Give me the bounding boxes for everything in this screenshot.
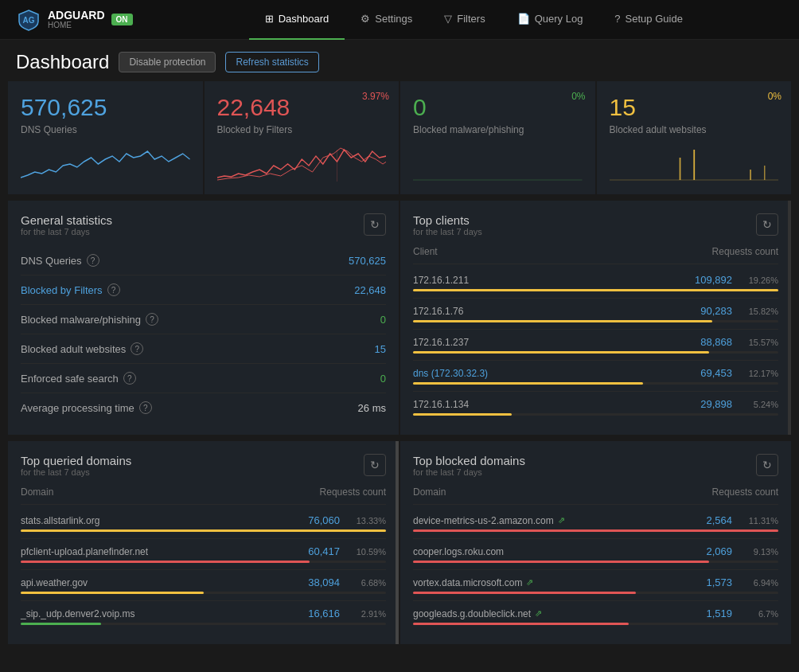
clients-scrollbar[interactable] (788, 201, 791, 435)
nav-bar: AG ADGUARD HOME ON ⊞ Dashboard ⚙ Setting… (0, 0, 799, 40)
client-row-3: 172.16.1.237 88,868 15.57% (413, 330, 778, 361)
queried-row-2: pfclient-upload.planefinder.net 60,417 1… (21, 539, 386, 570)
client-row-2: 172.16.1.76 90,283 15.82% (413, 299, 778, 330)
help-icon-malware[interactable]: ? (146, 313, 158, 326)
client-row-5: 172.16.1.134 29,898 5.24% (413, 392, 778, 422)
queried-1-domain[interactable]: stats.allstarlink.org (21, 515, 99, 526)
safe-search-value: 0 (380, 373, 386, 385)
nav-setup-guide[interactable]: ? Setup Guide (598, 0, 699, 40)
blocked-adult-row-label: Blocked adult websites (21, 343, 126, 355)
top-blocked-panel: Top blocked domains for the last 7 days … (400, 441, 791, 644)
refresh-statistics-button[interactable]: Refresh statistics (225, 52, 318, 72)
blocked-adult-card: 0% 15 Blocked adult websites (597, 81, 792, 194)
queried-3-domain[interactable]: api.weather.gov (21, 577, 88, 588)
top-queried-refresh-button[interactable]: ↻ (364, 454, 386, 476)
disable-protection-button[interactable]: Disable protection (119, 52, 216, 72)
on-badge[interactable]: ON (111, 14, 133, 25)
client-row-4: dns (172.30.32.3) 69,453 12.17% (413, 361, 778, 392)
help-icon-blocked[interactable]: ? (107, 283, 120, 296)
blocked-3-count: 1,573 (706, 576, 732, 588)
nav-dashboard[interactable]: ⊞ Dashboard (249, 0, 345, 40)
svg-text:AG: AG (23, 16, 35, 25)
blocked-col2-header: Requests count (712, 486, 778, 498)
blocked-malware-chart (413, 142, 583, 182)
blocked-malware-row-value: 0 (380, 314, 386, 326)
blocked-filters-card: 3.97% 22,648 Blocked by Filters (205, 81, 400, 194)
queried-scrollbar[interactable] (396, 441, 399, 644)
help-icon-adult[interactable]: ? (131, 342, 143, 355)
safe-search-label: Enforced safe search (21, 373, 119, 385)
top-clients-subtitle: for the last 7 days (413, 227, 482, 236)
stats-avg-time-row: Average processing time ? 26 ms (21, 393, 386, 422)
client-5-name[interactable]: 172.16.1.134 (413, 399, 469, 410)
clients-col1-header: Client (413, 246, 438, 257)
help-icon-safe[interactable]: ? (123, 372, 136, 385)
external-link-icon-3[interactable]: ⇗ (526, 577, 533, 588)
blocked-4-pct: 6.7% (739, 609, 778, 619)
nav-filters[interactable]: ▽ Filters (428, 0, 501, 40)
blocked-filters-label: Blocked by Filters (217, 124, 387, 135)
help-icon-dns[interactable]: ? (87, 254, 99, 267)
client-4-name[interactable]: dns (172.30.32.3) (413, 368, 488, 379)
client-row-1: 172.16.1.211 109,892 19.26% (413, 268, 778, 299)
blocked-adult-row-value: 15 (375, 343, 386, 355)
queried-row-3: api.weather.gov 38,094 6.68% (21, 570, 386, 601)
settings-icon: ⚙ (361, 13, 370, 25)
avg-time-label: Average processing time (21, 402, 134, 414)
nav-settings[interactable]: ⚙ Settings (345, 0, 428, 40)
clients-col2-header: Requests count (712, 246, 778, 257)
blocked-2-domain[interactable]: cooper.logs.roku.com (413, 546, 504, 557)
blocked-filters-row-value: 22,648 (354, 284, 386, 296)
blocked-row-1: device-metrics-us-2.amazon.com ⇗ 2,564 1… (413, 508, 778, 539)
stats-safe-search-row: Enforced safe search ? 0 (21, 364, 386, 393)
dns-queries-row-label: DNS Queries (21, 255, 82, 267)
client-5-count: 29,898 (700, 398, 732, 410)
filter-icon: ▽ (444, 13, 452, 25)
blocked-4-domain[interactable]: googleads.g.doubleclick.net (413, 608, 531, 619)
general-stats-refresh-button[interactable]: ↻ (364, 213, 386, 236)
query-log-icon: 📄 (517, 13, 530, 25)
queried-3-count: 38,094 (308, 576, 340, 588)
blocked-row-2: cooper.logs.roku.com 2,069 9.13% (413, 539, 778, 570)
queried-2-domain[interactable]: pfclient-upload.planefinder.net (21, 546, 148, 557)
external-link-icon-4[interactable]: ⇗ (535, 608, 542, 619)
blocked-filters-row-label[interactable]: Blocked by Filters (21, 284, 103, 296)
blocked-1-domain[interactable]: device-metrics-us-2.amazon.com (413, 515, 554, 526)
top-clients-refresh-button[interactable]: ↻ (756, 213, 778, 236)
queried-row-4: _sip._udp.denver2.voip.ms 16,616 2.91% (21, 601, 386, 631)
client-3-name[interactable]: 172.16.1.237 (413, 337, 469, 348)
top-blocked-refresh-button[interactable]: ↻ (756, 454, 778, 476)
external-link-icon-1[interactable]: ⇗ (558, 515, 565, 525)
blocked-filters-chart (217, 142, 387, 182)
client-3-count: 88,868 (700, 336, 732, 348)
client-1-pct: 19.26% (739, 275, 778, 285)
blocked-1-count: 2,564 (706, 514, 732, 526)
middle-row: General statistics for the last 7 days ↻… (0, 201, 799, 441)
logo: AG ADGUARD HOME ON (16, 7, 133, 33)
stats-cards-row: 570,625 DNS Queries 3.97% 22,648 Blocked… (0, 81, 799, 201)
blocked-2-pct: 9.13% (739, 547, 778, 557)
client-4-pct: 12.17% (739, 369, 778, 378)
top-clients-panel: Top clients for the last 7 days ↻ Client… (400, 201, 791, 435)
page-header: Dashboard Disable protection Refresh sta… (0, 40, 799, 81)
blocked-row-4: googleads.g.doubleclick.net ⇗ 1,519 6.7% (413, 601, 778, 631)
blocked-3-domain[interactable]: vortex.data.microsoft.com (413, 577, 522, 588)
client-4-count: 69,453 (700, 367, 732, 379)
blocked-4-count: 1,519 (706, 608, 732, 619)
nav-query-log[interactable]: 📄 Query Log (501, 0, 599, 40)
top-queried-subtitle: for the last 7 days (21, 467, 131, 477)
blocked-col1-header: Domain (413, 486, 446, 498)
queried-col1-header: Domain (21, 486, 53, 498)
blocked-malware-value: 0 (413, 94, 583, 121)
avg-time-value: 26 ms (358, 402, 386, 414)
stats-blocked-row: Blocked by Filters ? 22,648 (21, 275, 386, 305)
queried-4-count: 16,616 (308, 608, 340, 619)
help-icon-avg[interactable]: ? (139, 401, 152, 414)
general-stats-panel: General statistics for the last 7 days ↻… (8, 201, 399, 435)
blocked-adult-pct: 0% (768, 91, 781, 102)
client-2-name[interactable]: 172.16.1.76 (413, 306, 463, 317)
blocked-malware-label: Blocked malware/phishing (413, 124, 583, 135)
stats-dns-row: DNS Queries ? 570,625 (21, 246, 386, 275)
client-1-name[interactable]: 172.16.1.211 (413, 275, 469, 286)
queried-4-domain[interactable]: _sip._udp.denver2.voip.ms (21, 608, 134, 619)
